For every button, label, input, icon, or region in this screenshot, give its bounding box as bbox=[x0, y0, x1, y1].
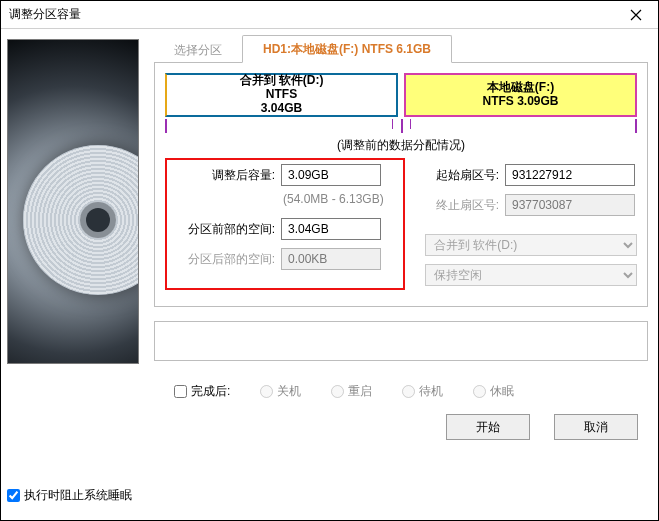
label-start-sector: 起始扇区号: bbox=[425, 167, 505, 184]
label-end-sector: 终止扇区号: bbox=[425, 197, 505, 214]
select-front-action: 合并到 软件(D:) bbox=[425, 234, 637, 256]
after-complete-input[interactable] bbox=[174, 385, 187, 398]
tab-select-partition[interactable]: 选择分区 bbox=[154, 37, 242, 63]
radio-restart[interactable]: 重启 bbox=[331, 383, 372, 400]
partition-panel: 合并到 软件(D:) NTFS 3.04GB 本地磁盘(F:) NTFS 3.0… bbox=[154, 62, 648, 307]
after-complete-options: 完成后: 关机 重启 待机 休眠 bbox=[154, 369, 648, 400]
window-title: 调整分区容量 bbox=[9, 6, 81, 23]
ruler bbox=[165, 119, 637, 133]
label-back-space: 分区后部的空间: bbox=[165, 251, 281, 268]
bar-left-fs: NTFS bbox=[266, 88, 297, 102]
radio-hibernate[interactable]: 休眠 bbox=[473, 383, 514, 400]
close-button[interactable] bbox=[614, 1, 658, 28]
titlebar: 调整分区容量 bbox=[1, 1, 658, 29]
after-complete-label: 完成后: bbox=[191, 383, 230, 400]
resize-form: 调整后容量: (54.0MB - 6.13GB) 分区前部的空间: 分区后部的空… bbox=[165, 162, 637, 292]
input-back-space bbox=[281, 248, 381, 270]
partition-bar-current[interactable]: 本地磁盘(F:) NTFS 3.09GB bbox=[404, 73, 637, 117]
partition-bar-merge-target[interactable]: 合并到 软件(D:) NTFS 3.04GB bbox=[165, 73, 398, 117]
sidebar: DISKGENIUS 执行时阻止系统睡眠 bbox=[1, 29, 146, 520]
bar-left-title: 合并到 软件(D:) bbox=[240, 74, 324, 88]
dialog-buttons: 开始 取消 bbox=[154, 400, 648, 440]
main-content: 选择分区 HD1:本地磁盘(F:) NTFS 6.1GB 合并到 软件(D:) … bbox=[146, 29, 658, 520]
bar-right-size: NTFS 3.09GB bbox=[482, 95, 558, 109]
after-complete-checkbox[interactable]: 完成后: bbox=[174, 383, 230, 400]
input-front-space[interactable] bbox=[281, 218, 381, 240]
bar-left-size: 3.04GB bbox=[261, 102, 302, 116]
prevent-sleep-input[interactable] bbox=[7, 489, 20, 502]
input-start-sector[interactable] bbox=[505, 164, 635, 186]
input-end-sector bbox=[505, 194, 635, 216]
select-back-action: 保持空闲 bbox=[425, 264, 637, 286]
tab-bar: 选择分区 HD1:本地磁盘(F:) NTFS 6.1GB bbox=[154, 35, 648, 63]
prevent-sleep-label: 执行时阻止系统睡眠 bbox=[24, 487, 132, 504]
radio-shutdown[interactable]: 关机 bbox=[260, 383, 301, 400]
tab-current-partition[interactable]: HD1:本地磁盘(F:) NTFS 6.1GB bbox=[242, 35, 452, 63]
disk-illustration: DISKGENIUS bbox=[7, 39, 139, 364]
label-front-space: 分区前部的空间: bbox=[165, 221, 281, 238]
close-icon bbox=[630, 9, 642, 21]
input-after-size[interactable] bbox=[281, 164, 381, 186]
partition-bars[interactable]: 合并到 软件(D:) NTFS 3.04GB 本地磁盘(F:) NTFS 3.0… bbox=[165, 73, 637, 117]
log-area bbox=[154, 321, 648, 361]
prevent-sleep-checkbox[interactable]: 执行时阻止系统睡眠 bbox=[7, 487, 140, 512]
label-after-size: 调整后容量: bbox=[165, 167, 281, 184]
range-hint: (54.0MB - 6.13GB) bbox=[283, 192, 405, 206]
start-button[interactable]: 开始 bbox=[446, 414, 530, 440]
bar-right-title: 本地磁盘(F:) bbox=[487, 81, 554, 95]
allocation-caption: (调整前的数据分配情况) bbox=[165, 137, 637, 154]
cancel-button[interactable]: 取消 bbox=[554, 414, 638, 440]
radio-standby[interactable]: 待机 bbox=[402, 383, 443, 400]
